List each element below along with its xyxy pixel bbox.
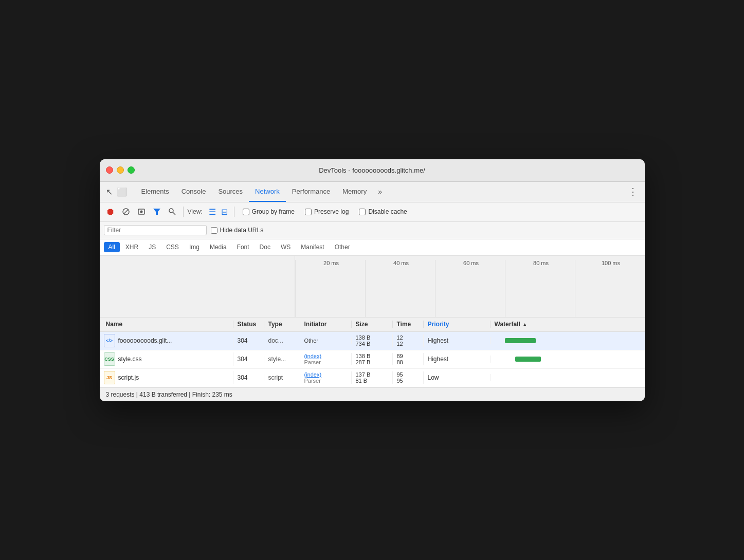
devtools-tabs: ↖ ⬜ Elements Console Sources Network Per… — [100, 182, 645, 202]
filter-all-button[interactable]: All — [104, 242, 120, 252]
cursor-icon[interactable]: ↖ — [106, 187, 113, 197]
filter-ws-button[interactable]: WS — [276, 242, 295, 252]
td-size-2: 138 B 287 B — [352, 353, 393, 365]
timeline-ticks: 20 ms 40 ms 60 ms 80 ms 100 ms — [295, 256, 645, 317]
td-type-1: doc... — [264, 337, 300, 344]
status-bar: 3 requests | 413 B transferred | Finish:… — [100, 387, 645, 401]
td-name-3: JS script.js — [100, 371, 233, 384]
th-type[interactable]: Type — [264, 321, 300, 328]
th-priority[interactable]: Priority — [424, 321, 491, 328]
group-by-frame-checkbox[interactable] — [243, 209, 249, 215]
hide-data-urls-checkbox[interactable] — [211, 227, 217, 234]
timeline-tick-2: 40 ms — [365, 260, 435, 317]
minimize-button[interactable] — [117, 166, 124, 174]
th-name[interactable]: Name — [100, 321, 233, 328]
group-by-frame-label: Group by frame — [243, 208, 295, 215]
td-status-2: 304 — [233, 356, 264, 363]
td-waterfall-1 — [491, 338, 645, 343]
td-initiator-1: Other — [300, 338, 352, 344]
filter-button[interactable] — [150, 205, 164, 218]
cursor-tools: ↖ ⬜ — [104, 187, 129, 197]
tab-network[interactable]: Network — [249, 181, 286, 202]
capture-screenshot-button[interactable] — [135, 205, 148, 218]
th-time[interactable]: Time — [393, 321, 424, 328]
td-priority-3: Low — [424, 374, 491, 381]
waterfall-bar-2 — [515, 357, 541, 362]
close-button[interactable] — [106, 166, 113, 174]
svg-point-3 — [140, 211, 142, 213]
network-toolbar: ⏺ View: ☰ ⊟ — [100, 202, 645, 222]
preserve-log-checkbox[interactable] — [305, 209, 312, 215]
svg-line-1 — [124, 210, 128, 214]
filter-manifest-button[interactable]: Manifest — [296, 242, 329, 252]
table-header: Name Status Type Initiator Size Time Pri… — [100, 318, 645, 332]
tab-elements[interactable]: Elements — [135, 181, 175, 202]
tab-memory[interactable]: Memory — [336, 181, 373, 202]
hide-data-urls-label: Hide data URLs — [211, 227, 264, 234]
td-name-1: </> fooooooooods.glit... — [100, 334, 233, 347]
css-file-icon: CSS — [104, 352, 115, 366]
filter-xhr-button[interactable]: XHR — [121, 242, 143, 252]
tab-performance[interactable]: Performance — [286, 181, 336, 202]
list-view-button[interactable]: ☰ — [207, 206, 218, 218]
td-waterfall-2 — [491, 357, 645, 362]
maximize-button[interactable] — [128, 166, 135, 174]
filter-img-button[interactable]: Img — [185, 242, 204, 252]
record-button[interactable]: ⏺ — [104, 205, 117, 218]
tab-sources[interactable]: Sources — [212, 181, 249, 202]
toolbar-divider — [183, 207, 184, 217]
clear-button[interactable] — [119, 205, 133, 218]
filter-font-button[interactable]: Font — [232, 242, 254, 252]
main-content: 20 ms 40 ms 60 ms 80 ms 100 ms Name Stat… — [100, 256, 645, 387]
doc-file-icon: </> — [104, 334, 115, 347]
th-size[interactable]: Size — [352, 321, 393, 328]
td-status-1: 304 — [233, 337, 264, 344]
td-size-3: 137 B 81 B — [352, 371, 393, 384]
preserve-log-label: Preserve log — [305, 208, 349, 215]
timeline-left — [100, 256, 295, 317]
svg-point-5 — [169, 209, 173, 213]
timeline-right: 20 ms 40 ms 60 ms 80 ms 100 ms — [295, 256, 645, 317]
timeline-header: 20 ms 40 ms 60 ms 80 ms 100 ms — [100, 256, 645, 318]
search-button[interactable] — [166, 205, 179, 218]
filter-media-button[interactable]: Media — [205, 242, 231, 252]
devtools-window: DevTools - fooooooooods.glitch.me/ ↖ ⬜ E… — [100, 159, 645, 401]
td-time-1: 12 12 — [393, 334, 424, 347]
table-row[interactable]: CSS style.css 304 style... (index) Parse… — [100, 350, 645, 369]
td-type-3: script — [264, 374, 300, 381]
filter-types-bar: All XHR JS CSS Img Media Font Doc WS Man… — [100, 239, 645, 256]
filter-input[interactable] — [107, 227, 203, 234]
timeline-tick-5: 100 ms — [575, 260, 645, 317]
td-initiator-3: (index) Parser — [300, 371, 352, 384]
filter-input-wrap — [104, 225, 207, 235]
filter-js-button[interactable]: JS — [144, 242, 160, 252]
th-initiator[interactable]: Initiator — [300, 321, 352, 328]
td-time-3: 95 95 — [393, 371, 424, 384]
th-waterfall[interactable]: Waterfall ▲ — [491, 321, 645, 328]
filter-other-button[interactable]: Other — [330, 242, 355, 252]
svg-line-6 — [173, 212, 175, 215]
device-icon[interactable]: ⬜ — [117, 187, 127, 197]
svg-marker-4 — [153, 209, 160, 215]
status-bar-text: 3 requests | 413 B transferred | Finish:… — [106, 391, 232, 398]
td-status-3: 304 — [233, 374, 264, 381]
js-file-icon: JS — [104, 371, 115, 384]
table-row[interactable]: JS script.js 304 script (index) Parser 1… — [100, 369, 645, 387]
grid-view-button[interactable]: ⊟ — [219, 206, 230, 218]
view-icons: ☰ ⊟ — [207, 206, 230, 218]
tabs-more-button[interactable]: » — [375, 185, 385, 198]
view-label: View: — [188, 208, 203, 215]
devtools-menu-button[interactable]: ⋮ — [625, 184, 641, 199]
th-status[interactable]: Status — [233, 321, 264, 328]
filter-css-button[interactable]: CSS — [161, 242, 184, 252]
filter-bar: Hide data URLs — [100, 222, 645, 239]
td-time-2: 89 88 — [393, 353, 424, 365]
waterfall-bar-1 — [505, 338, 536, 343]
table-row[interactable]: </> fooooooooods.glit... 304 doc... Othe… — [100, 332, 645, 350]
traffic-lights — [106, 166, 135, 174]
disable-cache-checkbox[interactable] — [359, 209, 366, 215]
filter-doc-button[interactable]: Doc — [255, 242, 275, 252]
td-priority-2: Highest — [424, 356, 491, 363]
tab-console[interactable]: Console — [175, 181, 212, 202]
disable-cache-label: Disable cache — [359, 208, 407, 215]
